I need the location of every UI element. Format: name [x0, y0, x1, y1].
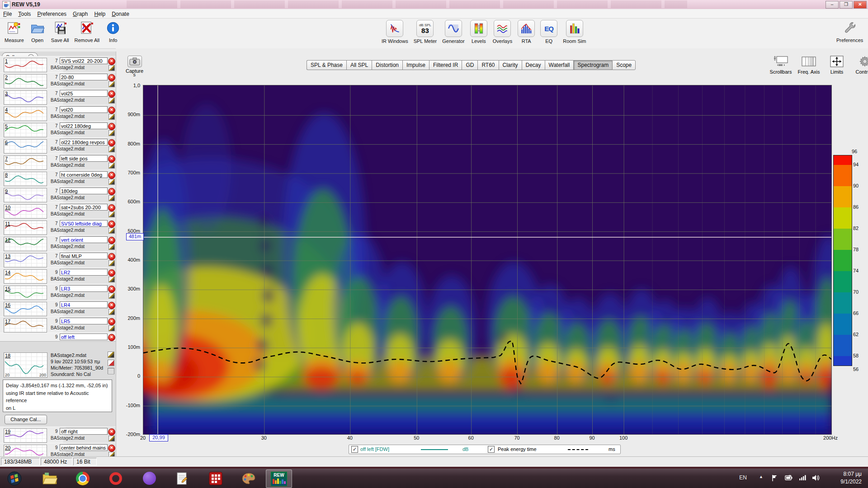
file-explorer-icon[interactable] — [41, 470, 59, 486]
close-button[interactable]: ✕ — [854, 1, 867, 9]
measurement-thumbnail[interactable]: 17 — [4, 318, 47, 333]
series2-checkbox[interactable]: ✓ — [488, 446, 495, 453]
measurement-thumbnail[interactable]: 5 — [4, 123, 47, 137]
delete-measurement-button[interactable]: ✕ — [108, 172, 115, 179]
toolbar-button-remove-all[interactable]: Remove All — [75, 20, 100, 43]
toolbar-button-levels[interactable]: 036Levels — [470, 20, 487, 44]
action-center-flag-icon[interactable] — [771, 474, 778, 483]
measurement-name-input[interactable] — [60, 139, 108, 145]
opera-icon[interactable] — [107, 470, 125, 486]
clock[interactable]: 8:07 μμ 9/1/2022 — [840, 470, 862, 486]
measurement-name-input[interactable] — [60, 220, 108, 227]
edit-measurement-icon[interactable] — [108, 436, 115, 441]
tab-spl-phase[interactable]: SPL & Phase — [307, 60, 346, 70]
measurement-thumbnail[interactable]: 6 — [4, 139, 47, 154]
paint-palette-icon[interactable] — [240, 470, 258, 486]
measurement-name-input[interactable] — [60, 74, 108, 80]
edit-measurement-icon[interactable] — [108, 211, 115, 217]
view-button-controls[interactable]: Controls — [851, 55, 868, 75]
menu-tools[interactable]: Tools — [15, 10, 34, 18]
tab-distortion[interactable]: Distortion — [372, 60, 402, 70]
delete-measurement-button[interactable]: ✕ — [108, 445, 115, 452]
edit-measurement-icon[interactable] — [108, 325, 115, 331]
measurement-name-input[interactable] — [60, 444, 108, 451]
delete-measurement-button[interactable]: ✕ — [108, 302, 115, 309]
tab-gd[interactable]: GD — [462, 60, 477, 70]
measurement-thumbnail[interactable]: 1 — [4, 58, 47, 72]
tab-decay[interactable]: Decay — [522, 60, 545, 70]
delete-measurement-button[interactable]: ✕ — [108, 204, 115, 211]
network-icon[interactable] — [799, 474, 807, 482]
measurement-name-input[interactable] — [60, 301, 108, 308]
toolbar-button-rta[interactable]: RTA — [518, 20, 535, 44]
delete-measurement-button[interactable]: ✕ — [108, 334, 115, 341]
measurement-thumbnail[interactable]: 16 — [4, 302, 47, 316]
measurement-name-input[interactable] — [60, 318, 108, 324]
minimize-button[interactable]: – — [826, 1, 839, 9]
measurement-name-input[interactable] — [60, 253, 108, 259]
measurement-thumbnail[interactable]: 3 — [4, 90, 47, 105]
notepad-icon[interactable] — [173, 470, 191, 486]
delete-measurement-button[interactable]: ✕ — [108, 269, 115, 277]
view-button-limits[interactable]: Limits — [823, 55, 851, 75]
spectrogram-plot[interactable] — [143, 85, 832, 435]
red-grid-app-icon[interactable] — [207, 470, 225, 486]
edit-measurement-icon[interactable] — [108, 293, 115, 299]
menu-file[interactable]: File — [0, 10, 15, 18]
delete-measurement-button[interactable]: ✕ — [108, 155, 115, 163]
delete-measurement-button[interactable]: ✕ — [108, 253, 115, 260]
measurement-name-input[interactable] — [60, 236, 108, 243]
measurement-name-input[interactable] — [60, 90, 108, 97]
pencil-notes-icon[interactable] — [108, 360, 114, 366]
chrome-icon[interactable] — [74, 470, 92, 486]
delete-measurement-button[interactable]: ✕ — [108, 74, 115, 81]
measurement-thumbnail[interactable]: 4 — [4, 107, 47, 121]
toolbar-button-ir-windows[interactable]: IR Windows — [382, 20, 408, 44]
measurement-thumbnail[interactable]: 12 — [4, 237, 47, 251]
toolbar-button-room-sim[interactable]: Room Sim — [563, 20, 586, 44]
toolbar-button-info[interactable]: Info — [105, 20, 121, 43]
delete-measurement-button[interactable]: ✕ — [108, 188, 115, 195]
measurement-name-input[interactable] — [60, 269, 108, 276]
measurement-thumbnail[interactable]: 19 — [4, 428, 47, 443]
edit-measurement-icon[interactable] — [108, 260, 115, 266]
measurement-name-input[interactable] — [60, 333, 108, 340]
measurement-name-input[interactable] — [60, 171, 108, 178]
change-cal-button[interactable]: Change Cal... — [5, 415, 47, 424]
measurement-name-input[interactable] — [60, 204, 108, 211]
menu-help[interactable]: Help — [91, 10, 108, 18]
edit-measurement-icon[interactable] — [108, 98, 115, 103]
measurement-thumbnail[interactable]: 11 — [4, 221, 47, 235]
menu-preferences[interactable]: Preferences — [34, 10, 70, 18]
edit-measurement-icon[interactable] — [108, 228, 115, 234]
toolbar-button-spl-meter[interactable]: dB SPL83SPL Meter — [414, 20, 437, 44]
toolbar-button-measure[interactable]: Measure — [5, 20, 24, 43]
tab-filtered-ir[interactable]: Filtered IR — [429, 60, 462, 70]
edit-measurement-icon[interactable] — [108, 114, 115, 120]
measurement-thumbnail[interactable]: 8 — [4, 172, 47, 186]
edit-measurement-icon[interactable] — [108, 352, 114, 358]
purple-app-icon[interactable] — [140, 470, 158, 486]
measurement-name-input[interactable] — [60, 57, 108, 64]
edit-measurement-icon[interactable] — [108, 179, 115, 185]
battery-icon[interactable] — [785, 474, 793, 482]
maximize-button[interactable]: ❐ — [840, 1, 853, 9]
edit-measurement-icon[interactable] — [108, 195, 115, 201]
capture-button[interactable]: Capture — [126, 56, 143, 74]
title-bar[interactable]: REW V5,19 – ❐ ✕ — [0, 0, 868, 9]
edit-measurement-icon[interactable] — [108, 452, 115, 456]
tab-all-spl[interactable]: All SPL — [346, 60, 372, 70]
edit-measurement-icon[interactable] — [108, 163, 115, 169]
edit-measurement-icon[interactable] — [108, 65, 115, 71]
measurement-thumbnail[interactable]: 10 — [4, 204, 47, 219]
view-button-scrollbars[interactable]: Scrollbars — [767, 55, 795, 75]
measurement-thumbnail[interactable]: 13 — [4, 253, 47, 267]
menu-donate[interactable]: Donate — [108, 10, 132, 18]
measurement-name-input[interactable] — [60, 285, 108, 292]
delete-measurement-button[interactable]: ✕ — [108, 286, 115, 293]
measurement-name-input[interactable] — [60, 122, 108, 129]
delete-measurement-button[interactable]: ✕ — [108, 123, 115, 130]
delete-measurement-button[interactable]: ✕ — [108, 58, 115, 65]
edit-measurement-icon[interactable] — [108, 81, 115, 87]
delete-measurement-button[interactable]: ✕ — [108, 221, 115, 228]
